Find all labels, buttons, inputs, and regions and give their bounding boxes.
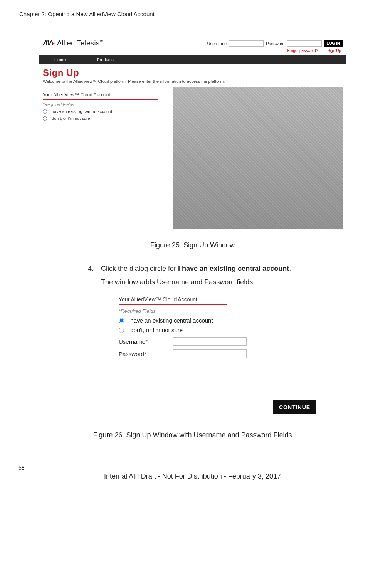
chapter-title: Chapter 2: Opening a New AlliedView Clou… xyxy=(19,11,366,17)
password-field-input[interactable] xyxy=(173,349,247,358)
radio-existing-account-2[interactable] xyxy=(119,318,124,323)
radio-not-sure-label: I don't, or I'm not sure xyxy=(49,116,90,121)
required-fields-note-2: *Required Fields xyxy=(119,308,319,314)
radio-not-sure-2[interactable] xyxy=(119,328,124,333)
brand-logo: AV Allied Telesis™ xyxy=(43,39,103,47)
password-label: Password xyxy=(266,41,284,46)
signup-link[interactable]: Sign Up xyxy=(327,49,341,53)
radio-existing-label-2: I have an existing central account xyxy=(127,317,213,324)
step-bold: I have an existing central account xyxy=(178,265,289,272)
figure-25-caption: Figure 25. Sign Up Window xyxy=(19,241,366,249)
step-text: Click the dialog circle for I have an ex… xyxy=(101,265,291,273)
nav-bar: Home Products xyxy=(39,55,346,64)
nav-home[interactable]: Home xyxy=(39,55,81,64)
login-button[interactable]: LOG IN xyxy=(324,40,343,47)
radio-existing-label: I have an existing central account xyxy=(49,109,112,114)
step-pre: Click the dialog circle for xyxy=(101,265,178,272)
account-section-title-2: Your AlliedView™ Cloud Account xyxy=(119,296,227,305)
radio-existing-account[interactable] xyxy=(43,109,47,114)
radio-not-sure-label-2: I don't, or I'm not sure xyxy=(127,327,183,333)
step-post: . xyxy=(289,265,291,272)
required-fields-note: *Required Fields xyxy=(43,102,168,107)
logo-av-text: AV xyxy=(43,39,51,47)
signup-heading: Sign Up xyxy=(43,67,343,78)
username-field-input[interactable] xyxy=(173,337,247,346)
username-input[interactable] xyxy=(229,40,264,47)
page-number: 58 xyxy=(18,465,366,471)
signup-with-fields-screenshot: Your AlliedView™ Cloud Account *Required… xyxy=(119,296,319,414)
step-followup: The window adds Username and Password fi… xyxy=(101,278,366,286)
figure-26-caption: Figure 26. Sign Up Window with Username … xyxy=(19,431,366,439)
nav-products[interactable]: Products xyxy=(81,55,129,64)
account-section-title: Your AlliedView™ Cloud Account xyxy=(43,92,158,100)
logo-triangle-icon xyxy=(52,42,55,45)
username-label: Username xyxy=(207,41,227,46)
password-input[interactable] xyxy=(287,40,322,47)
continue-button[interactable]: CONTINUE xyxy=(273,400,316,414)
signup-window-screenshot: AV Allied Telesis™ Username Password LOG… xyxy=(39,37,347,234)
forgot-password-link[interactable]: Forgot password? xyxy=(287,49,318,53)
logo-brand-text: Allied Telesis xyxy=(57,39,100,47)
welcome-text: Welcome to the AlliedView™ Cloud platfor… xyxy=(43,79,343,84)
radio-not-sure[interactable] xyxy=(43,116,47,121)
footer-draft-line: Internal ATI Draft - Not For Distributio… xyxy=(19,472,366,487)
step-number: 4. xyxy=(88,265,101,273)
password-field-label: Password* xyxy=(119,351,173,357)
stock-photo xyxy=(173,87,343,229)
username-field-label: Username* xyxy=(119,338,173,345)
